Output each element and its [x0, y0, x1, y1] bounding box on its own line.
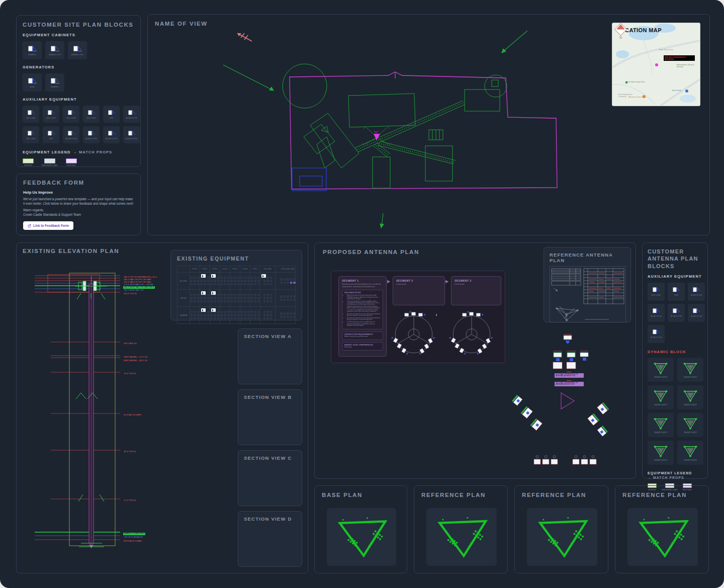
plan-card[interactable]: REFERENCE PLAN	[514, 485, 608, 573]
elevation-label: 160'-0" TOP LVL	[123, 293, 137, 295]
equipment-cell[interactable]	[260, 307, 275, 323]
equipment-cell[interactable]	[190, 273, 200, 289]
section-view-card[interactable]: SECTION VIEW C	[238, 450, 302, 506]
equipment-chip-icon	[201, 291, 206, 295]
block-tile[interactable]: GENERIC	[45, 73, 64, 92]
block-tile[interactable]: BLUETOOTH	[123, 106, 140, 123]
proposed-plan-canvas[interactable]	[505, 327, 632, 475]
match-props-link[interactable]: → MATCH PROPS	[648, 475, 702, 480]
section-view-title: SECTION VIEW B	[244, 394, 296, 400]
designer-note: The antenna elevations are not created u…	[347, 313, 381, 317]
dynamic-block-tile[interactable]: T35242TT-K2T2T	[677, 441, 703, 465]
section-view-card[interactable]: SECTION VIEW B	[238, 389, 302, 445]
block-tile[interactable]: GPS	[668, 283, 685, 301]
equipment-cell[interactable]	[275, 290, 300, 306]
equipment-chip-icon	[201, 274, 206, 278]
equipment-cell[interactable]	[210, 273, 220, 289]
existing-equipment-table[interactable]: POS 1POS 2POS 3POS 4POS 5POS 6POS 7POS U…	[177, 266, 296, 324]
beta-sector-antennas	[512, 395, 542, 431]
dynamic-block-tile[interactable]: T35242TT-K2T2T	[677, 358, 703, 382]
section-view-card[interactable]: SECTION VIEW D	[238, 511, 302, 567]
triangle-plan-icon	[527, 511, 597, 564]
block-tile[interactable]: GPS	[103, 106, 120, 123]
elevation-canvas[interactable]	[31, 269, 162, 570]
dynamic-block-tile[interactable]: T35242TT-K2T2T	[677, 385, 703, 409]
equipment-cell[interactable]	[220, 273, 230, 289]
block-tile[interactable]: BLUETOOTH	[648, 325, 665, 343]
tower-marker	[374, 131, 380, 140]
plan-card[interactable]: REFERENCE PLAN	[615, 485, 709, 573]
equipment-cell[interactable]	[240, 273, 250, 289]
equipment-cell[interactable]	[230, 273, 240, 289]
equipment-cell[interactable]	[240, 307, 250, 323]
site-callout: SITE: BOLTON MONOPOLE BU# 876543	[664, 55, 695, 61]
equipment-cell[interactable]	[275, 273, 300, 289]
block-tile[interactable]: GPS	[43, 126, 59, 143]
block-tile[interactable]: LED LIGHT	[83, 106, 100, 123]
segment-3-card[interactable]: SEGMENT 3 Lorem ipsum	[451, 276, 501, 305]
legend-swatch	[23, 158, 34, 163]
elevation-label: GRADE 0'-0" (REF ONLY)	[123, 533, 145, 535]
equipment-cell[interactable]	[190, 307, 200, 323]
equipment-cell[interactable]	[250, 307, 260, 323]
block-tile[interactable]: GENERIC BTS	[45, 41, 64, 59]
equipment-cell[interactable]	[220, 307, 230, 323]
segment-1-card[interactable]: SEGMENT 1 Familiarize yourself with desi…	[338, 276, 387, 357]
cabinet-block-icon	[27, 45, 37, 53]
legend-label: EQUIPMENT LEGEND	[23, 150, 71, 154]
block-tile[interactable]: BLUETOOTH	[123, 126, 140, 143]
equipment-cell[interactable]	[230, 307, 240, 323]
equipment-cell[interactable]	[200, 290, 210, 306]
dynamic-block-tile[interactable]: T35242TT-K2T2T	[648, 441, 674, 465]
equipment-cell[interactable]	[275, 307, 300, 323]
equipment-cell[interactable]	[230, 290, 240, 306]
equipment-cell[interactable]	[200, 273, 210, 289]
block-tile[interactable]: LED LIGHT	[43, 106, 59, 123]
dynamic-block-tile[interactable]: T35242TT-K2T2T	[648, 385, 674, 409]
plan-card[interactable]: BASE PLAN	[314, 485, 407, 573]
panel-title: FEEDBACK FORM	[23, 180, 134, 186]
equipment-cell[interactable]	[250, 273, 260, 289]
block-tile[interactable]: LED LIGHT	[23, 126, 39, 143]
equipment-cell[interactable]	[260, 273, 275, 289]
block-tile[interactable]: BLUETOOTH	[648, 304, 665, 322]
block-tile[interactable]: BLUETOOTH	[103, 126, 120, 143]
aux-block-icon	[27, 110, 36, 116]
block-tile[interactable]: GENERIC PPC	[68, 41, 87, 59]
block-tile[interactable]: BLUETOOTH	[668, 304, 685, 322]
block-tile[interactable]: BLUETOOTH	[83, 126, 100, 143]
equipment-cell[interactable]	[260, 290, 275, 306]
dynamic-block-tile[interactable]: T35242TT-K2T2T	[648, 358, 674, 382]
block-tile[interactable]: GENERIC	[23, 41, 42, 59]
equipment-column-header: POS 5	[230, 266, 240, 272]
aux-block-icon	[672, 308, 681, 314]
dynamic-block-label: DYNAMIC BLOCK	[648, 350, 702, 354]
designer-note: The antenna elevations are not created u…	[347, 317, 381, 321]
dynamic-block-tile[interactable]: T35242TT-K2T2T	[677, 413, 703, 437]
elevation-label: 17'-0" TOP LVL	[123, 499, 136, 502]
equipment-cell[interactable]	[240, 290, 250, 306]
block-tile[interactable]: LED LIGHT	[648, 283, 665, 301]
block-tile[interactable]: 30KW	[23, 73, 42, 92]
match-props-link[interactable]: → MATCH PROPS	[73, 150, 112, 154]
equipment-cell[interactable]	[250, 290, 260, 306]
segment-2-card[interactable]: SEGMENT 2 Lorem ipsum.	[393, 276, 445, 305]
location-map[interactable]: LOCATION MAP Indian Notch Park Edmondson…	[612, 23, 700, 106]
dynamic-block-tile[interactable]: T35242TT-K2T2T	[648, 413, 674, 437]
block-tile[interactable]: BLUETOOTH	[688, 304, 705, 322]
equipment-cell[interactable]	[210, 290, 220, 306]
block-tile[interactable]: BLUETOOTH	[63, 126, 79, 143]
equipment-cell[interactable]	[210, 307, 220, 323]
reference-drawing[interactable]	[550, 266, 626, 322]
feedback-link-button[interactable]: Link to Feedback Form	[23, 221, 73, 230]
equipment-cell[interactable]	[200, 307, 210, 323]
equipment-cell[interactable]	[220, 290, 230, 306]
elevation-label: EXIST LADDER — 88'-0" LVL	[123, 360, 148, 362]
block-tile[interactable]: LED LIGHT	[63, 106, 79, 123]
block-tile[interactable]: BLUETOOTH	[688, 283, 705, 301]
equipment-cell[interactable]	[190, 290, 200, 306]
plan-card[interactable]: REFERENCE PLAN	[414, 485, 508, 573]
block-tile[interactable]: LED LIGHT	[23, 106, 39, 123]
section-view-card[interactable]: SECTION VIEW A	[238, 328, 302, 384]
dynamic-block-name: T35242TT-K2T2T	[654, 459, 667, 461]
